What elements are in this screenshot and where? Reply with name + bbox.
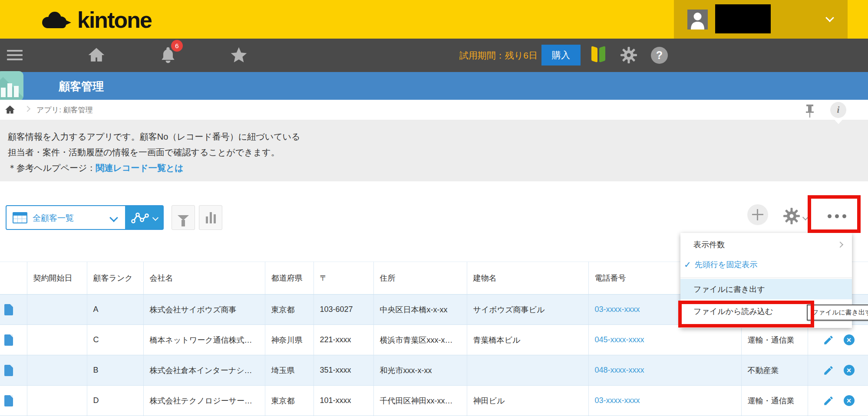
kintone-logo[interactable]: kintone bbox=[38, 9, 152, 31]
cell-address: 千代田区神田xx-xx… bbox=[373, 386, 467, 416]
page-title: 顧客管理 bbox=[59, 79, 104, 94]
menu-item-fix-header-label: 先頭行を固定表示 bbox=[695, 259, 757, 270]
graph-nodes-icon bbox=[131, 211, 150, 225]
chevron-down-icon bbox=[825, 13, 834, 22]
star-icon[interactable] bbox=[229, 46, 248, 65]
col-detail bbox=[0, 262, 27, 295]
cell-contract-date bbox=[27, 295, 87, 325]
document-icon[interactable] bbox=[4, 395, 13, 406]
cloud-logo-icon bbox=[38, 9, 75, 31]
help-icon[interactable]: ? bbox=[651, 47, 668, 64]
delete-x-icon[interactable]: × bbox=[844, 334, 855, 345]
description-line3: ＊参考ヘルプページ：関連レコード一覧とは bbox=[8, 162, 184, 174]
cell-actions: × bbox=[808, 355, 868, 386]
home-icon[interactable] bbox=[87, 46, 106, 65]
col-building[interactable]: 建物名 bbox=[467, 262, 588, 295]
cell-zip: 221-xxxx bbox=[314, 325, 373, 355]
filter-icon bbox=[178, 215, 189, 220]
graph-view-button[interactable] bbox=[125, 206, 163, 229]
kintone-app-window: kintone 6 試用期間：残り6日 購入 bbox=[0, 0, 868, 416]
cell-address: 横浜市青葉区xxx-x… bbox=[373, 325, 467, 355]
col-customer-rank[interactable]: 顧客ランク bbox=[87, 262, 143, 295]
cell-zip: 103-6027 bbox=[314, 295, 373, 325]
phone-link[interactable]: 048-xxxx-xxxx bbox=[588, 355, 741, 386]
menu-item-fix-header[interactable]: ✓ 先頭行を固定表示 bbox=[680, 255, 852, 274]
view-name: 全顧客一覧 bbox=[33, 213, 74, 224]
table-row: C 橋本ネットワーク通信株式… 神奈川県 221-xxxx 横浜市青葉区xxx-… bbox=[0, 325, 868, 355]
check-icon: ✓ bbox=[684, 259, 691, 270]
delete-x-icon[interactable]: × bbox=[844, 365, 855, 376]
cell-rank: D bbox=[87, 386, 143, 416]
logo-text: kintone bbox=[77, 7, 152, 33]
document-icon[interactable] bbox=[4, 304, 13, 315]
menu-item-export-file[interactable]: ファイルに書き出す bbox=[680, 279, 852, 299]
cell-building bbox=[467, 355, 588, 386]
cell-prefecture: 東京都 bbox=[265, 386, 314, 416]
view-settings-gear-icon[interactable] bbox=[783, 207, 800, 225]
pencil-icon[interactable] bbox=[823, 365, 834, 376]
help-link[interactable]: 関連レコード一覧とは bbox=[96, 163, 183, 173]
filter-button[interactable] bbox=[172, 205, 195, 230]
cell-building: サイボウズ商事ビル bbox=[467, 295, 588, 325]
cell-prefecture: 埼玉県 bbox=[265, 355, 314, 386]
annotation-box-options-button bbox=[808, 195, 861, 233]
trial-period-text: 試用期間：残り6日 bbox=[412, 39, 538, 72]
col-prefecture[interactable]: 都道府県 bbox=[265, 262, 314, 295]
phone-link[interactable]: 03-xxxx-xxxx bbox=[588, 386, 741, 416]
cell-rank: A bbox=[87, 295, 143, 325]
pencil-icon[interactable] bbox=[823, 395, 834, 406]
cell-industry: 運輸・通信業 bbox=[741, 386, 808, 416]
pin-icon[interactable] bbox=[805, 105, 815, 118]
cell-actions: × bbox=[808, 386, 868, 416]
description-line1: 顧客情報を入力するアプリです。顧客No（レコード番号）に紐づいている bbox=[8, 131, 300, 143]
chart-icon bbox=[206, 212, 216, 223]
menu-divider bbox=[680, 278, 852, 278]
phone-link[interactable]: 045-xxxx-xxxx bbox=[588, 325, 741, 355]
annotation-box-import-item bbox=[678, 301, 814, 328]
menu-item-display-count[interactable]: 表示件数 bbox=[680, 236, 852, 254]
avatar bbox=[687, 10, 708, 29]
view-selector[interactable]: 全顧客一覧 bbox=[6, 205, 164, 230]
info-pointer bbox=[833, 118, 844, 124]
app-description-panel: 顧客情報を入力するアプリです。顧客No（レコード番号）に紐づいている 担当者・案… bbox=[0, 120, 868, 181]
hamburger-menu-button[interactable] bbox=[7, 50, 23, 63]
user-menu[interactable] bbox=[674, 0, 848, 39]
export-tooltip: ファイルに書き出す bbox=[807, 305, 868, 321]
add-record-button[interactable] bbox=[747, 204, 768, 225]
cell-contract-date bbox=[27, 325, 87, 355]
pencil-icon[interactable] bbox=[823, 334, 834, 346]
cell-building: 神田ビル bbox=[467, 386, 588, 416]
cell-company: 橋本ネットワーク通信株式… bbox=[143, 325, 265, 355]
col-address[interactable]: 住所 bbox=[373, 262, 467, 295]
cell-prefecture: 神奈川県 bbox=[265, 325, 314, 355]
delete-x-icon[interactable]: × bbox=[844, 395, 855, 406]
cell-zip: 101-xxxx bbox=[314, 386, 373, 416]
breadcrumb[interactable]: アプリ: 顧客管理 bbox=[36, 105, 93, 115]
cell-company: 株式会社倉本インターナシ… bbox=[143, 355, 265, 386]
cell-building: 青葉橋本ビル bbox=[467, 325, 588, 355]
notification-badge[interactable]: 6 bbox=[171, 40, 183, 52]
info-icon[interactable]: i bbox=[830, 102, 846, 118]
col-zip[interactable]: 〒 bbox=[314, 262, 373, 295]
document-icon[interactable] bbox=[4, 334, 13, 346]
breadcrumb-separator-icon bbox=[24, 106, 30, 112]
home-icon[interactable] bbox=[4, 104, 16, 115]
help-prefix-text: ＊参考ヘルプページ： bbox=[8, 163, 96, 173]
cell-zip: 351-xxxx bbox=[314, 355, 373, 386]
cell-rank: C bbox=[87, 325, 143, 355]
cell-company: 株式会社サイボウズ商事 bbox=[143, 295, 265, 325]
gear-icon[interactable] bbox=[620, 46, 637, 64]
breadcrumb-bar: アプリ: 顧客管理 i bbox=[0, 100, 868, 120]
col-contract-date[interactable]: 契約開始日 bbox=[27, 262, 87, 295]
app-header: 顧客管理 bbox=[0, 72, 868, 100]
col-company[interactable]: 会社名 bbox=[143, 262, 265, 295]
beginner-mark-icon[interactable] bbox=[591, 46, 606, 65]
cell-actions: × bbox=[808, 325, 868, 355]
cell-prefecture: 東京都 bbox=[265, 295, 314, 325]
cell-rank: B bbox=[87, 355, 143, 386]
chevron-down-icon bbox=[109, 213, 118, 222]
chart-button[interactable] bbox=[199, 205, 222, 230]
buy-button[interactable]: 購入 bbox=[541, 45, 581, 66]
document-icon[interactable] bbox=[4, 365, 13, 376]
cell-address: 和光市xxx-x-xx bbox=[373, 355, 467, 386]
